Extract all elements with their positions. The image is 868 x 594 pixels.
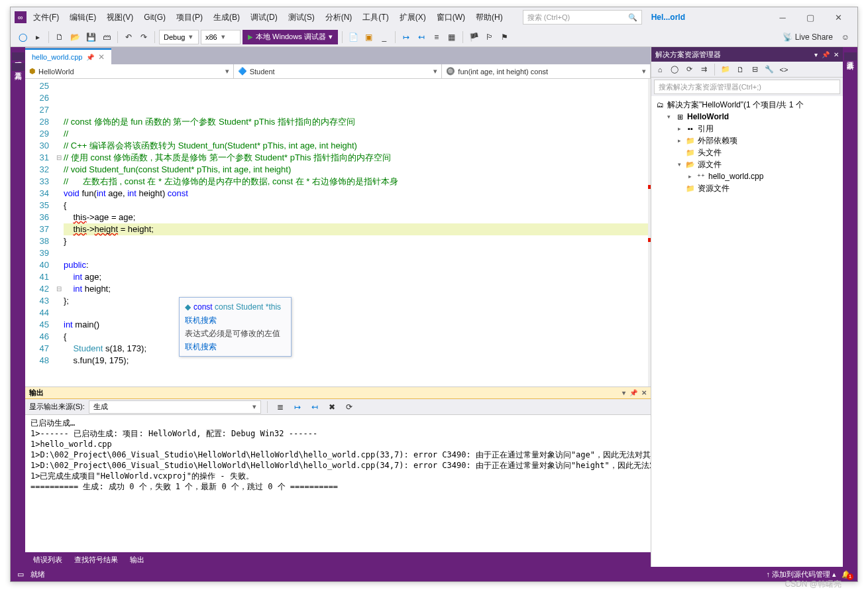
status-icon: ▭ [17, 570, 24, 579]
code-editor[interactable]: 2526272829303132333435363738394041424344… [25, 79, 651, 386]
menu-project[interactable]: 项目(P) [172, 10, 207, 25]
tb-icon[interactable]: ≣ [274, 400, 287, 414]
pin-icon[interactable]: 📌 [86, 54, 94, 61]
nav-project-combo[interactable]: HelloWorld [25, 64, 234, 78]
output-text[interactable]: 已启动生成… 1>------ 已启动生成: 项目: HelloWorld, 配… [25, 415, 651, 552]
chevron-right-icon[interactable]: ▸ [686, 173, 694, 180]
editor-tab-hello-world[interactable]: hello_world.cpp 📌 ✕ [25, 48, 111, 64]
menu-help[interactable]: 帮助(H) [472, 10, 507, 25]
tooltip-online-search-1[interactable]: 联机搜索 [185, 314, 286, 327]
tb-icon[interactable]: ↤ [308, 400, 321, 414]
tree-resources[interactable]: 📁资源文件 [653, 182, 841, 194]
chevron-right-icon[interactable]: ▸ [675, 137, 683, 144]
tb-icon[interactable]: ↦ [400, 30, 413, 44]
nav-fwd-icon[interactable]: ▸ [31, 30, 44, 44]
code-area[interactable]: // const 修饰的是 fun 函数的 第一个参数 Student* pTh… [64, 79, 651, 386]
tooltip-online-search-2[interactable]: 联机搜索 [185, 340, 286, 353]
live-share-button[interactable]: Live Share [779, 32, 837, 42]
global-search-input[interactable]: 搜索 (Ctrl+Q) 🔍 [523, 10, 642, 25]
save-all-icon[interactable]: 🗃 [100, 30, 113, 44]
undo-icon[interactable]: ↶ [122, 30, 135, 44]
chevron-down-icon[interactable]: ▾ [665, 113, 673, 120]
show-all-icon[interactable]: 📁 [720, 64, 732, 76]
error-list-tab[interactable]: 错误列表 [28, 554, 68, 566]
output-source-combo[interactable]: 生成 [89, 400, 261, 414]
new-project-icon[interactable]: 🗋 [53, 30, 66, 44]
collapse-icon[interactable]: ⊟ [749, 64, 761, 76]
solution-search-input[interactable]: 搜索解决方案资源管理器(Ctrl+;) [654, 80, 840, 94]
tb-icon[interactable]: ✖ [325, 400, 339, 414]
close-icon[interactable]: ✕ [834, 51, 839, 58]
tree-headers[interactable]: 📁头文件 [653, 147, 841, 158]
config-dropdown[interactable]: Debug [159, 30, 199, 44]
output-panel-title[interactable]: 输出 ▾📌✕ [25, 387, 651, 399]
menu-debug[interactable]: 调试(D) [246, 10, 282, 25]
output-tab[interactable]: 输出 [125, 554, 150, 566]
nav-member-combo[interactable]: fun(int age, int height) const [442, 64, 651, 78]
tb-icon[interactable]: ≡ [430, 30, 443, 44]
chevron-right-icon[interactable]: ▸ [675, 125, 683, 132]
feedback-icon[interactable]: ☺ [839, 30, 852, 44]
pin-icon[interactable]: ▾ [622, 389, 625, 396]
tree-project[interactable]: ▾⊞HelloWorld [653, 111, 841, 123]
close-icon[interactable]: ✕ [641, 389, 647, 396]
menu-view[interactable]: 视图(V) [103, 10, 137, 25]
server-explorer-tab[interactable]: 服务器资源管理器 [12, 52, 25, 60]
sync-icon[interactable]: ⟳ [683, 64, 695, 76]
pin-icon[interactable]: 📌 [629, 389, 637, 396]
tb-icon[interactable]: 🏳 [483, 30, 496, 44]
error-marker[interactable] [648, 185, 651, 189]
nav-back-icon[interactable]: ◯ [16, 30, 29, 44]
menu-tools[interactable]: 工具(T) [358, 10, 392, 25]
menu-test[interactable]: 测试(S) [284, 10, 319, 25]
tree-references[interactable]: ▸▪▪引用 [653, 123, 841, 135]
maximize-button[interactable]: ▢ [799, 11, 822, 24]
start-debug-button[interactable]: 本地 Windows 调试器 ▾ [243, 30, 338, 44]
tb-icon[interactable]: 🏴 [467, 30, 481, 44]
tree-ext-deps[interactable]: ▸📁外部依赖项 [653, 135, 841, 147]
open-file-icon[interactable]: 📂 [68, 30, 82, 44]
solution-explorer-title[interactable]: 解决方案资源管理器 ▾📌✕ [651, 47, 843, 62]
diagnostics-tab[interactable]: 诊断工具 [844, 52, 857, 60]
nav-class-combo[interactable]: Student [234, 64, 443, 78]
menu-window[interactable]: 窗口(W) [433, 10, 469, 25]
menu-git[interactable]: Git(G) [140, 11, 170, 24]
tb-icon[interactable]: ⟳ [343, 400, 356, 414]
redo-icon[interactable]: ↷ [137, 30, 150, 44]
tb-icon[interactable]: _ [378, 30, 391, 44]
close-button[interactable]: ✕ [827, 11, 849, 24]
menu-analyze[interactable]: 分析(N) [321, 10, 356, 25]
tb-icon[interactable]: ↤ [415, 30, 428, 44]
properties-icon[interactable]: 🔧 [763, 64, 775, 76]
menu-build[interactable]: 生成(B) [209, 10, 244, 25]
menu-extensions[interactable]: 扩展(X) [396, 10, 430, 25]
scm-button[interactable]: ↑ 添加到源代码管理 ▴ [766, 569, 836, 579]
code-icon[interactable]: <> [778, 64, 790, 76]
back-icon[interactable]: ◯ [669, 64, 680, 76]
sync-icon[interactable]: ⇉ [698, 64, 710, 76]
notification-icon[interactable]: 🔔1 [841, 570, 851, 579]
find-symbol-tab[interactable]: 查找符号结果 [69, 554, 123, 566]
tree-solution-root[interactable]: 🗂解决方案"HelloWorld"(1 个项目/共 1 个 [653, 99, 841, 111]
refresh-icon[interactable]: 🗋 [734, 64, 746, 76]
minimize-button[interactable]: ─ [771, 11, 794, 24]
tree-file-cpp[interactable]: ▸⁺⁺hello_world.cpp [653, 170, 841, 182]
chevron-down-icon[interactable]: ▾ [675, 161, 683, 168]
tree-sources[interactable]: ▾📂源文件 [653, 158, 841, 170]
save-icon[interactable]: 💾 [84, 30, 98, 44]
toolbox-tab[interactable]: 工具箱 [12, 63, 25, 71]
error-marker[interactable] [648, 238, 651, 242]
home-icon[interactable]: ⌂ [654, 64, 666, 76]
pin-icon[interactable]: 📌 [822, 51, 830, 58]
tb-icon[interactable]: ▦ [445, 30, 459, 44]
tb-icon[interactable]: ↦ [291, 400, 304, 414]
menu-file[interactable]: 文件(F) [29, 10, 63, 25]
close-tab-icon[interactable]: ✕ [98, 52, 105, 62]
dropdown-icon[interactable]: ▾ [814, 51, 818, 58]
solution-tree[interactable]: 🗂解决方案"HelloWorld"(1 个项目/共 1 个 ▾⊞HelloWor… [651, 96, 843, 567]
tb-icon[interactable]: ▣ [362, 30, 376, 44]
tb-icon[interactable]: 📄 [347, 30, 360, 44]
platform-dropdown[interactable]: x86 [201, 30, 241, 44]
tb-icon[interactable]: ⚑ [498, 30, 512, 44]
menu-edit[interactable]: 编辑(E) [66, 10, 100, 25]
